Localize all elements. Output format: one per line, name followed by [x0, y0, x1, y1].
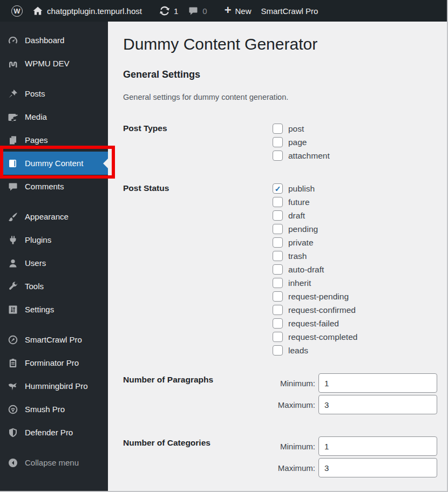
checkbox-pending[interactable] — [273, 224, 283, 234]
sidebar-item-users[interactable]: Users — [0, 251, 108, 275]
checkbox-future[interactable] — [273, 197, 283, 207]
sidebar-item-dummy-content[interactable]: Dummy Content — [0, 152, 108, 175]
sidebar-item-plugins[interactable]: Plugins — [0, 228, 108, 251]
wpmu-dev-icon — [8, 58, 18, 69]
checkbox-option-inherit: inherit — [273, 276, 435, 290]
user-icon — [8, 258, 18, 269]
plug-icon — [8, 235, 18, 245]
updates-link[interactable]: 1 — [154, 0, 183, 22]
sidebar-item-pages[interactable]: Pages — [0, 128, 108, 152]
brush-icon — [8, 211, 18, 222]
checkbox-request-failed[interactable] — [273, 318, 283, 329]
menu-group-site: Appearance Plugins Users — [0, 205, 108, 321]
sidebar-item-dashboard[interactable]: Dashboard — [0, 29, 108, 52]
sidebar-item-tools[interactable]: Tools — [0, 275, 108, 298]
smartcrawl-admin-bar-item[interactable]: SmartCrawl Pro — [256, 0, 323, 22]
main-content: Dummy Content Generator General Settings… — [108, 22, 447, 492]
sidebar-item-label: Forminator Pro — [25, 358, 79, 367]
form-row-post-status: Post Status publish future draft — [123, 182, 435, 357]
pushpin-icon — [8, 88, 18, 99]
field-label-post-status: Post Status — [123, 182, 273, 193]
checkbox-leads[interactable] — [273, 345, 283, 356]
new-content-button[interactable]: + New — [220, 0, 256, 22]
checkbox-post[interactable] — [273, 124, 283, 134]
sidebar-item-wpmu-dev[interactable]: WPMU DEV — [0, 52, 108, 75]
menu-group-top: Dashboard WPMU DEV — [0, 29, 108, 75]
site-name: chatgptplugin.tempurl.host — [47, 6, 142, 16]
checkbox-option-pending: pending — [273, 222, 435, 236]
checkbox-option-request-confirmed: request-confirmed — [273, 303, 435, 317]
categories-maximum-input[interactable] — [318, 458, 437, 477]
new-label: New — [235, 6, 252, 16]
checkbox-draft[interactable] — [273, 210, 283, 221]
pages-icon — [8, 135, 18, 146]
checkbox-auto-draft[interactable] — [273, 264, 283, 275]
sidebar-item-defender-pro[interactable]: Defender Pro — [0, 421, 108, 444]
sidebar-item-label: Pages — [25, 135, 48, 145]
sidebar-item-settings[interactable]: Settings — [0, 298, 108, 321]
field-label-post-types: Post Types — [123, 122, 273, 133]
checkbox-option-trash: trash — [273, 249, 435, 263]
sidebar-item-label: Defender Pro — [25, 428, 73, 437]
sidebar-item-posts[interactable]: Posts — [0, 82, 108, 105]
minimum-label: Minimum: — [273, 442, 315, 451]
sidebar-item-label: Dummy Content — [25, 159, 83, 168]
paragraphs-maximum-input[interactable] — [318, 395, 437, 414]
sidebar-item-media[interactable]: Media — [0, 105, 108, 128]
sidebar-item-label: Comments — [25, 182, 64, 191]
collapse-menu-button[interactable]: Collapse menu — [0, 451, 108, 474]
admin-bar: W chatgptplugin.tempurl.host 1 0 + New — [0, 0, 447, 22]
checkbox-label: request-failed — [288, 319, 339, 329]
sidebar-item-label: Dashboard — [25, 36, 64, 45]
checkbox-inherit[interactable] — [273, 278, 283, 288]
checkbox-request-confirmed[interactable] — [273, 305, 283, 315]
media-icon — [8, 112, 18, 122]
sidebar-item-smush-pro[interactable]: Smush Pro — [0, 398, 108, 421]
sidebar-item-label: Smush Pro — [25, 405, 65, 414]
checkbox-option-future: future — [273, 195, 435, 209]
categories-minimum-input[interactable] — [318, 436, 437, 456]
minimum-label: Minimum: — [273, 379, 315, 388]
checkbox-request-pending[interactable] — [273, 291, 283, 302]
checkbox-attachment[interactable] — [273, 151, 283, 161]
checkbox-label: inherit — [288, 278, 311, 288]
checkbox-page[interactable] — [273, 137, 283, 147]
checkbox-label: request-confirmed — [288, 305, 356, 315]
wordpress-menu[interactable]: W — [6, 0, 28, 22]
sidebar-item-label: Settings — [25, 305, 54, 314]
checkbox-option-request-completed: request-completed — [273, 330, 435, 344]
dashboard-icon — [8, 35, 18, 46]
sidebar-item-appearance[interactable]: Appearance — [0, 205, 108, 228]
wordpress-admin-page: W chatgptplugin.tempurl.host 1 0 + New — [0, 0, 448, 492]
sliders-icon — [8, 304, 18, 315]
sidebar-item-smartcrawl-pro[interactable]: SmartCrawl Pro — [0, 328, 108, 351]
clipboard-icon — [8, 358, 18, 368]
sidebar-item-comments[interactable]: Comments — [0, 175, 108, 198]
page-title: Dummy Content Generator — [123, 35, 435, 54]
checkbox-label: auto-draft — [288, 265, 324, 275]
menu-group-plugins: SmartCrawl Pro Forminator Pro Hummingbir… — [0, 328, 108, 444]
checkbox-label: post — [288, 124, 304, 134]
smartcrawl-icon — [8, 334, 18, 345]
checkbox-label: request-pending — [288, 292, 349, 302]
paragraphs-minimum-input[interactable] — [318, 373, 437, 393]
sidebar-item-hummingbird-pro[interactable]: Hummingbird Pro — [0, 374, 108, 398]
checkbox-label: attachment — [288, 151, 330, 161]
checkbox-option-auto-draft: auto-draft — [273, 263, 435, 276]
checkbox-label: leads — [288, 346, 308, 356]
checkbox-label: publish — [288, 184, 315, 194]
checkbox-private[interactable] — [273, 237, 283, 248]
shield-icon — [8, 427, 18, 438]
smartcrawl-label: SmartCrawl Pro — [261, 6, 318, 16]
comments-link[interactable]: 0 — [183, 0, 212, 22]
checkbox-publish[interactable] — [273, 183, 283, 194]
menu-group-collapse: Collapse menu — [0, 451, 108, 474]
sidebar-item-forminator-pro[interactable]: Forminator Pro — [0, 351, 108, 374]
site-link[interactable]: chatgptplugin.tempurl.host — [28, 0, 147, 22]
wrench-icon — [8, 281, 18, 292]
checkbox-request-completed[interactable] — [273, 332, 283, 342]
smush-icon — [8, 404, 18, 415]
checkbox-option-publish: publish — [273, 182, 435, 195]
home-icon — [32, 5, 43, 16]
checkbox-trash[interactable] — [273, 251, 283, 261]
